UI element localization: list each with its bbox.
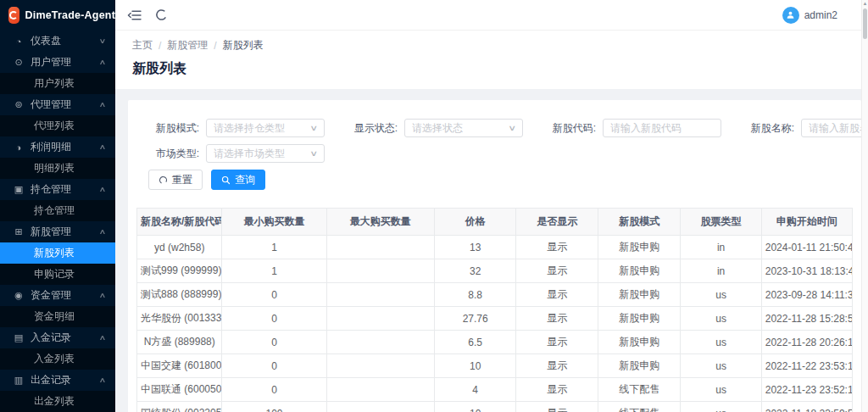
app-logo-icon [8,7,19,24]
cell-start-time: 2023-10-31 18:13:43 [761,259,852,283]
breadcrumb-item-new-stock-management[interactable]: 新股管理 [167,38,208,53]
filter-market-type: 市场类型: 请选择市场类型 ∨ [148,144,325,163]
reset-button[interactable]: 重置 [148,170,203,190]
cell-visible: 显示 [516,354,598,378]
cell-stock-type: us [681,378,761,402]
cell-mode: 新股申购 [598,307,681,331]
sidebar-item-dashboard[interactable]: ◔ 仪表盘 ∨ [0,31,115,52]
sidebar-item-withdraw-list[interactable]: 出金列表 [0,391,115,412]
new-stock-icon: ⊞ [13,226,25,237]
cell-price: 10 [435,402,516,412]
dashboard-icon: ◔ [13,36,25,47]
sidebar-item-profit-detail[interactable]: ◑ 利润明细 ∧ [0,136,115,158]
user-menu[interactable]: admin2 [782,7,856,24]
cell-visible: 显示 [516,378,598,402]
cell-mode: 线下配售 [598,378,681,402]
sidebar-collapse-icon[interactable] [127,9,142,21]
breadcrumb-item-home[interactable]: 主页 [132,38,153,53]
cell-max-buy [326,354,434,378]
breadcrumb-separator: / [159,40,161,52]
column-header-min-buy: 最小购买数量 [222,209,326,236]
app-title: DimeTrade-Agent [25,9,116,21]
display-status-select[interactable]: 请选择状态 ∨ [404,119,523,137]
cell-name-code: N方盛 (889988) [137,331,222,354]
column-header-mode: 新股模式 [598,209,681,236]
filter-new-stock-mode: 新股模式: 请选择持仓类型 ∨ [148,119,325,137]
cell-stock-type: in [681,236,761,259]
filter-label: 新股名称: [743,121,794,136]
cell-price: 13 [435,236,516,259]
cell-visible: 显示 [516,236,598,259]
column-header-price: 价格 [435,209,516,236]
sidebar-item-funds-detail[interactable]: 资金明细 [0,306,115,327]
agents-icon: ⊚ [13,99,25,110]
breadcrumb-separator: / [214,40,216,52]
sidebar-item-position-management[interactable]: ▣ 持仓管理 ∧ [0,179,115,200]
cell-name-code: 中国联通 (600050) [137,378,222,402]
filter-label: 新股代码: [545,121,596,136]
cell-min-buy: 100 [222,402,326,412]
sidebar-item-label: 申购记录 [34,267,105,281]
cell-max-buy [326,259,434,283]
sidebar-item-detail-list[interactable]: 明细列表 [0,158,115,179]
users-icon: ⊙ [13,57,25,68]
cell-visible: 显示 [516,402,598,412]
column-header-start-time: 申购开始时间 [761,209,852,236]
cell-stock-type: us [681,331,761,354]
search-button[interactable]: 查询 [211,170,265,190]
market-type-select[interactable]: 请选择市场类型 ∨ [206,144,325,163]
sidebar-item-agent-list[interactable]: 代理列表 [0,115,115,136]
reset-button-label: 重置 [172,173,192,187]
sidebar-item-new-stock-list[interactable]: 新股列表 [0,242,115,264]
withdraw-icon: ▥ [13,375,25,386]
cell-price: 32 [435,259,516,283]
cell-name-code: 测试999 (999999) [137,259,222,283]
sidebar-item-label: 明细列表 [34,161,105,175]
sidebar: DimeTrade-Agent ◔ 仪表盘 ∨ ⊙ 用户管理 ∧ 用户列表 ⊚ … [0,0,115,412]
cell-min-buy: 0 [222,307,326,331]
sidebar-item-funds-management[interactable]: ◉ 资金管理 ∧ [0,285,115,306]
sidebar-item-user-management[interactable]: ⊙ 用户管理 ∧ [0,52,115,73]
sidebar-item-user-list[interactable]: 用户列表 [0,73,115,94]
cell-start-time: 2023-09-28 14:11:31 [761,283,852,307]
cell-visible: 显示 [516,307,598,331]
profit-icon: ◑ [13,142,25,153]
sidebar-item-label: 持仓管理 [31,182,100,197]
new-stock-mode-select[interactable]: 请选择持仓类型 ∨ [206,119,325,137]
cell-max-buy [326,283,434,307]
table-row: 国统股份 (002205) 100 10 显示 线下配售 us 2022-11-… [137,402,853,412]
cell-price: 8.8 [435,283,516,307]
search-button-label: 查询 [235,173,255,187]
cell-start-time: 2022-11-18 23:59:59 [761,402,852,412]
scrollbar-up-arrow[interactable]: ▲ [862,0,868,7]
chevron-up-icon: ∧ [99,101,107,109]
refresh-icon[interactable] [155,8,168,21]
cell-max-buy [326,331,434,354]
cell-name-code: 测试888 (888999) [137,283,222,307]
sidebar-item-label: 出金记录 [31,373,100,387]
reset-icon [159,175,168,185]
chevron-up-icon: ∧ [99,58,107,66]
stock-name-input[interactable] [801,119,868,137]
new-stock-table: 新股名称/新股代码 最小购买数量 最大购买数量 价格 是否显示 新股模式 股票类… [136,208,853,412]
cell-name-code: yd (w2h58) [137,236,222,259]
scrollbar-thumb[interactable] [863,8,867,39]
chevron-up-icon: ∧ [99,334,107,342]
sidebar-item-agent-management[interactable]: ⊚ 代理管理 ∧ [0,94,115,115]
cell-mode: 新股申购 [598,259,681,283]
filter-stock-name: 新股名称: [743,119,868,137]
sidebar-item-deposit-records[interactable]: ▤ 入金记录 ∧ [0,327,115,348]
sidebar-item-new-stock-management[interactable]: ⊞ 新股管理 ∧ [0,221,115,242]
sidebar-item-position-management-sub[interactable]: 持仓管理 [0,200,115,221]
sidebar-item-withdraw-records[interactable]: ▥ 出金记录 ∧ [0,370,115,391]
cell-name-code: 光华股份 (001333) [137,307,222,331]
table-row: 测试999 (999999) 1 32 显示 新股申购 in 2023-10-3… [137,259,853,283]
vertical-scrollbar[interactable]: ▲ [861,0,868,412]
sidebar-item-subscription-records[interactable]: 申购记录 [0,264,115,285]
cell-max-buy [326,236,434,259]
stock-code-input[interactable] [603,119,721,137]
sidebar-item-deposit-list[interactable]: 入金列表 [0,348,115,370]
page-header: 主页 / 新股管理 / 新股列表 新股列表 [115,31,868,89]
cell-mode: 新股申购 [598,236,681,259]
sidebar-item-label: 资金明细 [34,309,105,324]
